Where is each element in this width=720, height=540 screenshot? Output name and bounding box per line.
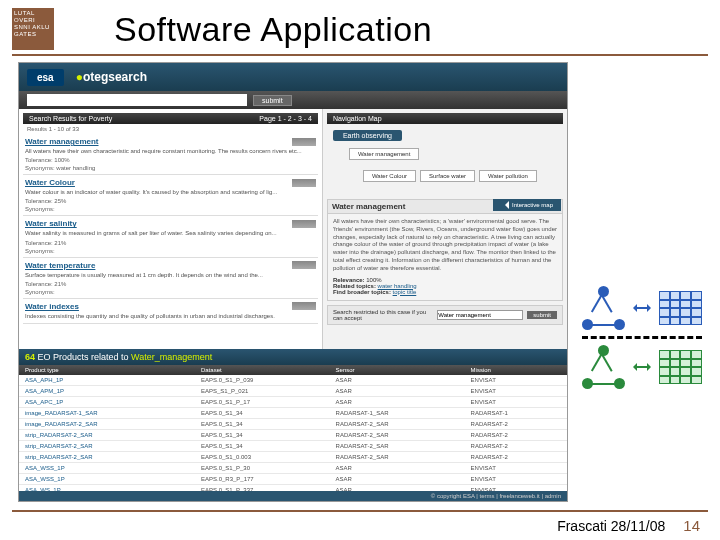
slide-footer: Frascati 28/11/08 14 [557, 517, 700, 534]
table-row[interactable]: ASA_APM_1PEAPS_S1_P_021ASARENVISAT [19, 386, 567, 397]
tag-icon [292, 302, 316, 310]
results-count: Results 1 - 10 of 33 [23, 124, 318, 134]
dashed-divider [582, 336, 702, 339]
table-header[interactable]: Mission [465, 365, 567, 375]
nav-chip[interactable]: Water pollution [479, 170, 537, 182]
side-diagrams [582, 280, 702, 395]
table-row[interactable]: image_RADARSAT-2_SAREAPS.0_S1_34RADARSAT… [19, 419, 567, 430]
app-header: esa ●otegsearch [19, 63, 567, 91]
bi-arrow-icon [631, 362, 653, 372]
table-row[interactable]: strip_RADARSAT-2_SAREAPS.0_S1_0.003RADAR… [19, 452, 567, 463]
products-table: Product typeDatasetSensorMission ASA_APH… [19, 365, 567, 496]
results-title: Search Results for Poverty [29, 115, 112, 122]
nav-map-header: Navigation Map [327, 113, 563, 124]
products-count: 64 [25, 352, 35, 362]
interactive-map-button[interactable]: Interactive map [493, 199, 561, 211]
nav-chip[interactable]: Water management [349, 148, 419, 160]
slide-header: LUTAL OVERI SNNI AKLU GATES Software App… [0, 0, 720, 54]
table-row[interactable]: strip_RADARSAT-2_SAREAPS.0_S1_34RADARSAT… [19, 441, 567, 452]
table-row[interactable]: image_RADARSAT-1_SAREAPS.0_S1_34RADARSAT… [19, 408, 567, 419]
result-item[interactable]: Water salinity Water salinity is measure… [23, 216, 318, 257]
rdf-graph-icon [582, 345, 625, 389]
tag-icon [292, 179, 316, 187]
products-header: 64 EO Products related to Water_manageme… [19, 349, 567, 365]
nav-root-node[interactable]: Earth observing [333, 130, 402, 141]
footer-divider [12, 510, 708, 512]
results-pager[interactable]: Page 1 - 2 - 3 - 4 [259, 115, 312, 122]
logo-icon: LUTAL OVERI SNNI AKLU GATES [12, 8, 54, 50]
nav-chip[interactable]: Water Colour [363, 170, 416, 182]
footer-location: Frascati 28/11/08 [557, 518, 665, 534]
tag-icon [292, 138, 316, 146]
detail-panel: Water management All waters have their o… [327, 199, 563, 301]
app-footer: © copyright ESA | terms | freelanceweb.i… [19, 491, 567, 501]
table-row[interactable]: ASA_WSS_1PEAPS.0_R3_P_177ASARENVISAT [19, 474, 567, 485]
results-panel: Search Results for Poverty Page 1 - 2 - … [19, 109, 323, 349]
result-item[interactable]: Water temperature Surface temperature is… [23, 258, 318, 299]
filter-submit-button[interactable]: submit [527, 311, 557, 319]
page-number: 14 [683, 517, 700, 534]
broader-link[interactable]: topic title [393, 289, 417, 295]
result-item[interactable]: Water Colour Water colour is an indicato… [23, 175, 318, 216]
table-row[interactable]: ASA_APC_1PEAPS.0_S1_P_17ASARENVISAT [19, 397, 567, 408]
table-row[interactable]: strip_RADARSAT-2_SAREAPS.0_S1_34RADARSAT… [19, 430, 567, 441]
filter-row: Search restricted to this case if you ca… [327, 305, 563, 325]
title-underline [12, 54, 708, 56]
search-input[interactable] [27, 94, 247, 106]
table-header[interactable]: Dataset [195, 365, 330, 375]
table-icon [659, 291, 702, 325]
results-header: Search Results for Poverty Page 1 - 2 - … [23, 113, 318, 124]
search-bar: submit [19, 91, 567, 109]
tag-icon [292, 220, 316, 228]
esa-logo: esa [27, 69, 64, 86]
rdf-graph-icon [582, 286, 625, 330]
app-screenshot: esa ●otegsearch submit Search Results fo… [18, 62, 568, 502]
table-header[interactable]: Sensor [330, 365, 465, 375]
filter-label: Search restricted to this case if you ca… [333, 309, 433, 321]
search-submit-button[interactable]: submit [253, 95, 292, 106]
result-item[interactable]: Water indexes Indexes consisting the qua… [23, 299, 318, 324]
result-item[interactable]: Water management All waters have their o… [23, 134, 318, 175]
filter-input[interactable] [437, 310, 523, 320]
table-row[interactable]: ASA_WSS_1PEAPS.0_S1_P_30ASARENVISAT [19, 463, 567, 474]
nav-chip[interactable]: Surface water [420, 170, 475, 182]
table-header[interactable]: Product type [19, 365, 195, 375]
app-brand: ●otegsearch [76, 70, 147, 84]
detail-body: All waters have their own characteristic… [333, 218, 557, 273]
table-icon [659, 350, 702, 384]
slide-title: Software Application [114, 10, 432, 49]
bi-arrow-icon [631, 303, 653, 313]
table-row[interactable]: ASA_APH_1PEAPS.0_S1_P_039ASARENVISAT [19, 375, 567, 386]
tag-icon [292, 261, 316, 269]
nav-panel: Navigation Map Earth observing Water man… [323, 109, 567, 349]
